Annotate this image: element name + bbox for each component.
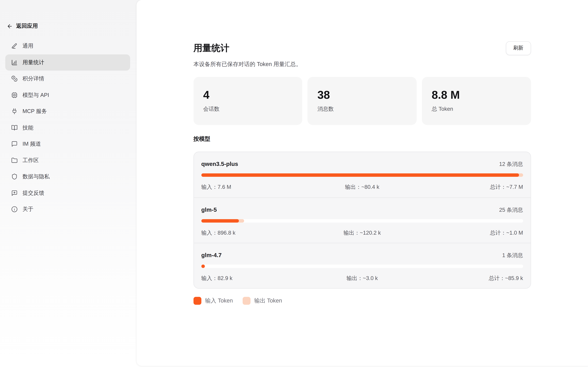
by-model-panel: qwen3.5-plus 12 条消息 输入：7.6 M 输出：~80.4 k … [193,152,531,289]
input-token-segment [201,173,519,177]
input-token-swatch [193,297,201,305]
token-usage-bar [201,265,523,268]
sidebar-item-label: 数据与隐私 [23,173,50,180]
pen-line-icon [11,43,18,49]
by-model-section-title: 按模型 [193,135,531,143]
cpu-icon [11,92,18,98]
sessions-label: 会话数 [203,106,293,113]
legend-output-label: 输出 Token [254,297,282,304]
sidebar-item-usage-stats[interactable]: 用量统计 [5,54,130,70]
input-token-segment [201,265,205,268]
coins-icon [11,75,18,82]
sidebar-item-label: 技能 [23,124,33,131]
chart-column-icon [11,59,18,66]
message-square-plus-icon [11,190,18,196]
summary-card-sessions: 4 会话数 [193,77,302,125]
summary-card-total-tokens: 8.8 M 总 Token [422,77,531,125]
model-name: glm-5 [201,207,217,213]
model-name: glm-4.7 [201,252,222,259]
refresh-button[interactable]: 刷新 [506,41,531,55]
legend-input-label: 输入 Token [205,297,233,304]
info-icon [11,206,18,213]
input-token-segment [201,219,239,223]
sidebar-item-label: 工作区 [23,157,39,164]
model-total-tokens: 总计：~1.0 M [416,229,523,236]
settings-sidebar: 返回应用 通用 用量统计 积分详情 模型与 API MCP 服务 [0,0,137,367]
back-label: 返回应用 [16,23,38,30]
sidebar-item-data-privacy[interactable]: 数据与隐私 [5,169,130,185]
model-message-count: 12 条消息 [499,160,523,167]
folder-icon [11,157,18,164]
model-message-count: 1 条消息 [502,252,523,259]
sidebar-item-about[interactable]: 关于 [5,201,130,217]
model-total-tokens: 总计：~7.7 M [416,183,523,191]
sidebar-item-label: 用量统计 [23,59,44,66]
summary-cards: 4 会话数 38 消息数 8.8 M 总 Token [193,77,531,125]
shield-icon [11,174,18,180]
main-panel: 用量统计 刷新 本设备所有已保存对话的 Token 用量汇总。 4 会话数 38… [136,0,588,366]
app-window: 返回应用 通用 用量统计 积分详情 模型与 API MCP 服务 [0,0,588,367]
sidebar-item-label: IM 频道 [23,141,41,148]
legend-output-token: 输出 Token [243,297,282,305]
sidebar-nav: 通用 用量统计 积分详情 模型与 API MCP 服务 技能 [5,38,130,217]
token-legend: 输入 Token 输出 Token [193,297,531,305]
model-row: glm-4.7 1 条消息 输入：82.9 k 输出：~3.0 k 总计：~85… [194,243,531,288]
sidebar-item-label: 模型与 API [23,92,49,99]
sidebar-item-im-channels[interactable]: IM 频道 [5,136,130,152]
page-title: 用量统计 [193,41,229,56]
messages-label: 消息数 [317,106,407,113]
page-subtitle: 本设备所有已保存对话的 Token 用量汇总。 [193,60,531,68]
model-output-tokens: 输出：~120.2 k [308,229,416,236]
model-input-tokens: 输入：7.6 M [201,183,308,191]
model-output-tokens: 输出：~80.4 k [308,183,416,191]
page-header: 用量统计 刷新 [193,0,531,56]
sidebar-item-workspace[interactable]: 工作区 [5,152,130,168]
messages-count: 38 [317,87,407,102]
model-name: qwen3.5-plus [201,161,238,167]
sidebar-item-skills[interactable]: 技能 [5,119,130,136]
model-input-tokens: 输入：896.8 k [201,229,308,236]
token-usage-bar [201,173,523,177]
arrow-left-icon [7,23,13,29]
sidebar-item-label: 积分详情 [23,75,44,82]
model-message-count: 25 条消息 [499,206,523,213]
sidebar-item-label: 关于 [23,206,33,213]
model-total-tokens: 总计：~85.9 k [416,274,523,282]
sidebar-item-feedback[interactable]: 提交反馈 [5,185,130,201]
back-to-app-button[interactable]: 返回应用 [7,23,38,30]
total-tokens-count: 8.8 M [432,87,521,102]
sidebar-item-models-api[interactable]: 模型与 API [5,87,130,103]
legend-input-token: 输入 Token [193,297,233,305]
sidebar-item-label: 通用 [23,42,33,50]
total-tokens-label: 总 Token [432,106,521,113]
sidebar-item-mcp[interactable]: MCP 服务 [5,103,130,119]
book-open-icon [11,125,18,131]
sidebar-item-credits[interactable]: 积分详情 [5,71,130,87]
output-token-swatch [243,297,250,305]
sessions-count: 4 [203,87,293,102]
model-input-tokens: 输入：82.9 k [201,274,308,282]
sidebar-item-label: MCP 服务 [23,108,47,115]
message-square-icon [11,141,18,147]
summary-card-messages: 38 消息数 [308,77,417,125]
model-row: qwen3.5-plus 12 条消息 输入：7.6 M 输出：~80.4 k … [194,152,531,197]
sidebar-item-general[interactable]: 通用 [5,38,130,54]
plug-icon [11,108,18,115]
model-output-tokens: 输出：~3.0 k [308,274,416,282]
token-usage-bar [201,219,523,223]
sidebar-item-label: 提交反馈 [23,189,44,196]
model-row: glm-5 25 条消息 输入：896.8 k 输出：~120.2 k 总计：~… [194,197,531,243]
